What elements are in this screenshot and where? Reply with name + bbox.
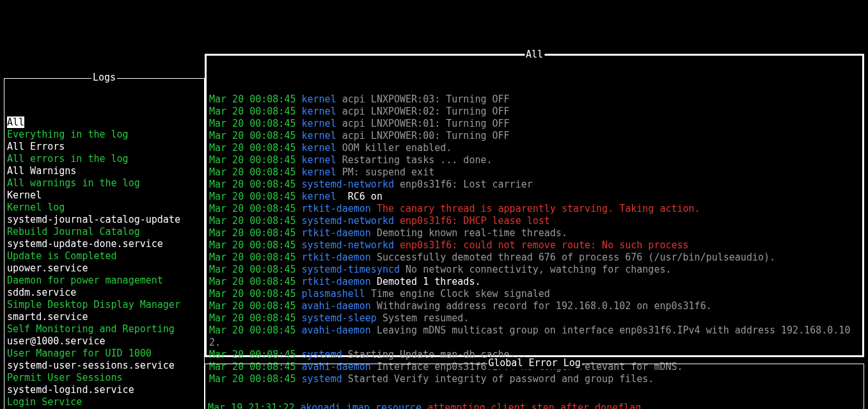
log-timestamp: Mar 20 00:08:45	[209, 252, 296, 263]
error-log-pane: Global Error Log Mar 19 21:31:22 akonadi…	[205, 364, 864, 409]
filter-item[interactable]: All Errors	[7, 141, 201, 153]
log-line[interactable]: Mar 19 21:31:22 akonadi_imap_resource at…	[208, 402, 861, 409]
log-line[interactable]: Mar 20 00:08:45 systemd-sleep System res…	[209, 312, 860, 325]
log-line[interactable]: Mar 20 00:08:45 rtkit-daemon Successfull…	[209, 252, 860, 264]
log-source: avahi-daemon	[302, 300, 371, 312]
log-source: rtkit-daemon	[302, 203, 371, 214]
log-timestamp: Mar 20 00:08:45	[209, 154, 296, 166]
main-log-list[interactable]: Mar 20 00:08:45 kernel acpi LNXPOWER:03:…	[209, 93, 860, 385]
log-line[interactable]: Mar 20 00:08:45 systemd-networkd enp0s31…	[209, 179, 860, 191]
filter-item[interactable]: systemd-logind.service	[7, 384, 201, 396]
filter-item[interactable]: systemd-user-sessions.service	[7, 360, 201, 372]
filter-item[interactable]: upower.service	[7, 262, 201, 275]
log-source: kernel	[302, 154, 336, 166]
log-line[interactable]: Mar 20 00:08:45 kernel acpi LNXPOWER:03:…	[209, 93, 860, 106]
filter-item-label: upower.service	[7, 262, 88, 274]
log-line[interactable]: Mar 20 00:08:45 rtkit-daemon Demoting kn…	[209, 227, 860, 239]
filter-item-label: All	[7, 116, 24, 128]
log-source: systemd	[302, 349, 342, 360]
log-source: systemd-networkd	[302, 179, 395, 190]
filter-item[interactable]: All	[7, 116, 201, 129]
filter-item-label: Login Service	[7, 396, 82, 408]
log-source: kernel	[302, 106, 336, 117]
log-timestamp: Mar 20 00:08:45	[209, 227, 296, 239]
filter-item[interactable]: smartd.service	[7, 311, 201, 323]
filter-item[interactable]: Kernel	[7, 189, 201, 202]
log-source: systemd-networkd	[302, 239, 395, 251]
log-line[interactable]: Mar 20 00:08:45 systemd-networkd enp0s31…	[209, 215, 860, 227]
log-source: systemd-timesyncd	[302, 264, 400, 275]
filter-item[interactable]: sddm.service	[7, 287, 201, 299]
log-source: kernel	[302, 166, 336, 178]
error-log-list[interactable]: Mar 19 21:31:22 akonadi_imap_resource at…	[208, 402, 861, 409]
filter-item-label: Permit User Sessions	[7, 372, 123, 383]
log-line[interactable]: Mar 20 00:08:45 kernel acpi LNXPOWER:01:…	[209, 118, 860, 130]
filter-item-label: All Warnigns	[7, 165, 76, 177]
log-source: avahi-daemon	[302, 325, 371, 336]
log-line[interactable]: Mar 20 00:08:45 systemd-networkd enp0s31…	[209, 239, 860, 252]
filter-item[interactable]: Permit User Sessions	[7, 372, 201, 384]
log-timestamp: Mar 20 00:08:45	[209, 312, 296, 324]
log-timestamp: Mar 20 00:08:45	[209, 203, 296, 214]
filter-item-label: Rebuild Journal Catalog	[7, 226, 140, 237]
log-line[interactable]: Mar 20 00:08:45 kernel acpi LNXPOWER:00:…	[209, 130, 860, 142]
log-message: enp0s31f6: Lost carrier	[400, 179, 533, 190]
filter-list[interactable]: AllEverything in the logAll ErrorsAll er…	[7, 116, 201, 409]
filter-item[interactable]: systemd-update-done.service	[7, 238, 201, 250]
log-message: Demoting known real-time threads.	[377, 227, 567, 239]
log-source: kernel	[302, 191, 336, 202]
filter-item[interactable]: user@1000.service	[7, 335, 201, 348]
log-message: System resumed.	[383, 312, 469, 324]
log-timestamp: Mar 20 00:08:45	[209, 239, 296, 251]
filter-item[interactable]: User Manager for UID 1000	[7, 348, 201, 360]
filter-item[interactable]: systemd-journal-catalog-update	[7, 214, 201, 226]
log-line[interactable]: Mar 20 00:08:45 avahi-daemon Leaving mDN…	[209, 325, 860, 349]
filter-item-label: Daemon for power management	[7, 275, 163, 286]
log-source: systemd-networkd	[302, 215, 395, 227]
filter-item[interactable]: All warnings in the log	[7, 177, 201, 189]
filter-item[interactable]: All Warnigns	[7, 165, 201, 177]
log-timestamp: Mar 20 00:08:45	[209, 142, 296, 154]
log-line[interactable]: Mar 20 00:08:45 kernel OOM killer enable…	[209, 142, 860, 154]
log-line[interactable]: Mar 20 00:08:45 avahi-daemon Withdrawing…	[209, 300, 860, 312]
log-timestamp: Mar 20 00:08:45	[209, 325, 296, 336]
log-line[interactable]: Mar 20 00:08:45 plasmashell Time engine …	[209, 288, 860, 300]
filter-item-label: User Manager for UID 1000	[7, 348, 152, 359]
filter-item[interactable]: Kernel log	[7, 202, 201, 214]
log-source: kernel	[302, 142, 336, 154]
log-message: RC6 on	[342, 191, 383, 202]
log-line[interactable]: Mar 20 00:08:45 kernel Restarting tasks …	[209, 154, 860, 166]
filter-item[interactable]: Simple Desktop Display Manager	[7, 299, 201, 311]
filter-item[interactable]: All errors in the log	[7, 153, 201, 165]
log-timestamp: Mar 20 00:08:45	[209, 300, 296, 312]
filter-item-label: sddm.service	[7, 287, 76, 298]
filter-item-label: Kernel	[7, 189, 42, 201]
filter-item[interactable]: Daemon for power management	[7, 275, 201, 287]
log-message: acpi LNXPOWER:02: Turning OFF	[342, 106, 510, 117]
filter-item[interactable]: Self Monitoring and Reporting	[7, 323, 201, 335]
log-line[interactable]: Mar 20 00:08:45 kernel acpi LNXPOWER:02:…	[209, 106, 860, 118]
main-log-pane-title: All	[525, 49, 544, 61]
filter-item[interactable]: Everything in the log	[7, 129, 201, 141]
filter-item-label: user@1000.service	[7, 335, 106, 347]
log-timestamp: Mar 20 00:08:45	[209, 191, 296, 202]
log-line[interactable]: Mar 20 00:08:45 kernel PM: suspend exit	[209, 166, 860, 179]
log-source: rtkit-daemon	[302, 252, 371, 263]
filter-item-label: All warnings in the log	[7, 177, 140, 189]
log-line[interactable]: Mar 20 00:08:45 rtkit-daemon Demoted 1 t…	[209, 276, 860, 288]
log-message: Restarting tasks ... done.	[342, 154, 493, 166]
log-line[interactable]: Mar 20 00:08:45 systemd-timesyncd No net…	[209, 264, 860, 276]
filter-item-label: systemd-update-done.service	[7, 238, 163, 250]
log-line[interactable]: Mar 20 00:08:45 rtkit-daemon The canary …	[209, 203, 860, 215]
filter-item-label: All Errors	[7, 141, 65, 152]
filter-item-label: smartd.service	[7, 311, 88, 323]
filter-item[interactable]: Login Service	[7, 396, 201, 408]
log-message: Time engine Clock skew signaled	[371, 288, 550, 300]
log-message: Withdrawing address record for 192.168.0…	[377, 300, 712, 312]
log-line[interactable]: Mar 20 00:08:45 kernel RC6 on	[209, 191, 860, 203]
log-timestamp: Mar 19 21:31:22	[208, 402, 294, 409]
log-message: Successfully demoted thread 676 of proce…	[377, 252, 775, 263]
filter-item[interactable]: Update is Completed	[7, 250, 201, 262]
filter-item[interactable]: Rebuild Journal Catalog	[7, 226, 201, 238]
filter-item-label: All errors in the log	[7, 153, 129, 164]
